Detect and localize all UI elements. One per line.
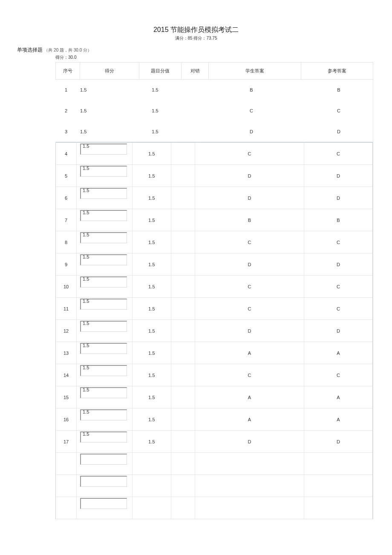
cell-student-answer: C <box>195 231 304 253</box>
table-row <box>55 453 372 475</box>
cell-index: 13 <box>55 342 76 364</box>
cell-value <box>132 497 171 519</box>
score-value-label: 1.5 <box>83 387 89 392</box>
cell-index: 15 <box>55 386 76 408</box>
cell-index <box>55 475 76 497</box>
cell-correct <box>171 209 195 231</box>
cell-student-answer: A <box>195 342 304 364</box>
table-row <box>55 475 372 497</box>
cell-score: 1.5 <box>76 320 132 342</box>
cell-reference-answer <box>304 453 372 475</box>
cell-correct <box>171 497 195 519</box>
cell-reference-answer: A <box>304 386 372 408</box>
cell-student-answer: A <box>195 386 304 408</box>
table-row: 61.51.5DD <box>55 187 372 209</box>
cell-student-answer <box>195 497 304 519</box>
cell-student-answer: D <box>195 320 304 342</box>
cell-correct <box>171 386 195 408</box>
cell-score: 1.5 <box>76 101 135 121</box>
cell-score: 1.5 <box>76 121 135 142</box>
cell-value: 1.5 <box>132 320 171 342</box>
score-value-label: 1.5 <box>83 321 89 326</box>
cell-score: 1.5 <box>76 187 132 209</box>
cell-reference-answer: D <box>304 253 372 276</box>
score-value-label: 1.5 <box>83 232 89 237</box>
cell-score: 1.5 <box>76 298 132 320</box>
cell-score: 1.5 <box>76 209 132 231</box>
cell-value: 1.5 <box>132 408 171 431</box>
cell-correct <box>171 253 195 276</box>
table-row: 101.51.5CC <box>55 276 372 298</box>
cell-value: 1.5 <box>132 431 171 453</box>
cell-value: 1.5 <box>132 276 171 298</box>
col-index: 序号 <box>55 63 80 80</box>
cell-score: 1.5 <box>76 431 132 453</box>
cell-reference-answer: D <box>304 187 372 209</box>
page-title: 2015 节能操作员模拟考试二 <box>17 26 375 35</box>
table-row: 31.51.5DD <box>55 121 373 142</box>
table-row: 71.51.5BB <box>55 209 372 231</box>
score-input[interactable] <box>80 454 127 465</box>
cell-reference-answer: D <box>304 320 372 342</box>
score-input[interactable] <box>80 498 127 509</box>
section-meta: （共 20 题，共 30.0 分） <box>44 48 92 52</box>
cell-student-answer <box>195 475 304 497</box>
cell-index: 4 <box>55 143 76 165</box>
cell-score: 1.5 <box>76 143 132 165</box>
cell-value: 1.5 <box>132 364 171 386</box>
cell-score: 1.5 <box>76 253 132 276</box>
table-row: 91.51.5DD <box>55 253 372 276</box>
cell-score: 1.5 <box>76 342 132 364</box>
cell-index: 1 <box>55 80 76 101</box>
cell-correct <box>171 408 195 431</box>
cell-score <box>76 497 132 519</box>
cell-student-answer: D <box>195 431 304 453</box>
cell-score <box>76 475 132 497</box>
cell-score: 1.5 <box>76 165 132 187</box>
cell-student-answer: C <box>195 276 304 298</box>
cell-student-answer: B <box>198 80 304 101</box>
cell-reference-answer: C <box>304 101 373 121</box>
cell-value: 1.5 <box>132 187 171 209</box>
score-value-label: 1.5 <box>83 188 89 193</box>
cell-student-answer <box>195 453 304 475</box>
score-value-label: 1.5 <box>83 299 89 304</box>
cell-reference-answer: A <box>304 342 372 364</box>
cell-index <box>55 497 76 519</box>
cell-value: 1.5 <box>135 80 174 101</box>
cell-correct <box>171 475 195 497</box>
table-row: 141.51.5CC <box>55 364 372 386</box>
table-row: 51.51.5DD <box>55 165 372 187</box>
cell-value <box>132 453 171 475</box>
cell-index: 3 <box>55 121 76 142</box>
cell-index: 2 <box>55 101 76 121</box>
score-value-label: 1.5 <box>83 254 89 259</box>
cell-student-answer: D <box>195 187 304 209</box>
cell-index: 16 <box>55 408 76 431</box>
table-row: 131.51.5AA <box>55 342 372 364</box>
cell-student-answer: B <box>195 209 304 231</box>
results-table: 序号 得分 题目分值 对错 学生答案 参考答案 11.51.5BB21.51.5… <box>55 62 373 519</box>
cell-correct <box>174 80 198 101</box>
score-value-label: 1.5 <box>83 409 89 414</box>
cell-reference-answer: C <box>304 298 372 320</box>
cell-correct <box>171 276 195 298</box>
score-value-label: 1.5 <box>83 210 89 215</box>
table-row: 21.51.5CC <box>55 101 373 121</box>
cell-student-answer: D <box>198 121 304 142</box>
cell-score: 1.5 <box>76 276 132 298</box>
table-row: 111.51.5CC <box>55 298 372 320</box>
cell-correct <box>171 431 195 453</box>
col-student: 学生答案 <box>208 63 301 80</box>
cell-value: 1.5 <box>132 231 171 253</box>
cell-index: 7 <box>55 209 76 231</box>
table-row: 41.51.5CC <box>55 143 372 165</box>
cell-score: 1.5 <box>76 408 132 431</box>
grid-section: 41.51.5CC51.51.5DD61.51.5DD71.51.5BB81.5… <box>55 142 373 519</box>
table-row <box>55 497 372 519</box>
table-row: 161.51.5AA <box>55 408 372 431</box>
cell-index: 14 <box>55 364 76 386</box>
score-input[interactable] <box>80 476 127 487</box>
score-value-label: 1.5 <box>83 166 89 171</box>
section-score: 得分：30.0 <box>55 55 375 60</box>
